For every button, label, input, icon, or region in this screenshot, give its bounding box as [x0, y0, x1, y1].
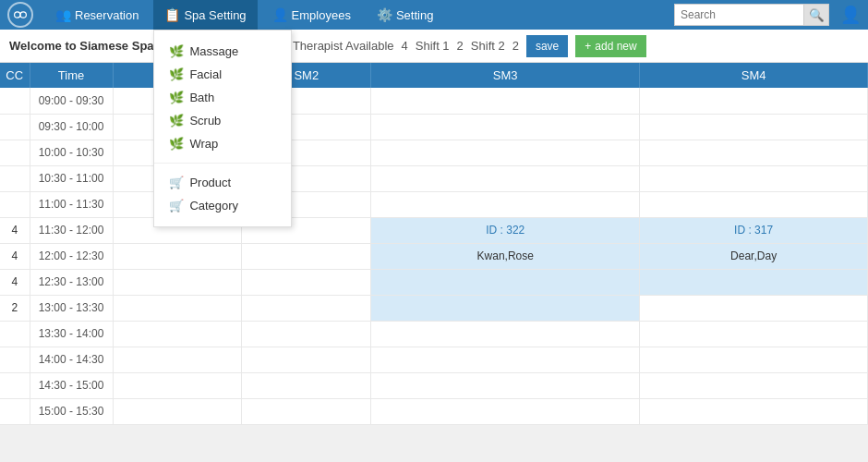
cell-sm2[interactable]	[242, 321, 371, 346]
cell-sm3[interactable]: ID : 322	[371, 217, 640, 243]
table-row[interactable]: 14:30 - 15:00	[0, 372, 868, 398]
cell-sm1[interactable]	[113, 372, 242, 398]
cell-sm2[interactable]	[242, 372, 371, 398]
cell-sm3[interactable]	[371, 140, 640, 165]
cell-sm3[interactable]	[371, 269, 640, 295]
cell-cc	[0, 372, 30, 398]
table-row[interactable]: 10:00 - 10:30	[0, 140, 868, 165]
plus-icon: +	[585, 40, 591, 53]
table-row[interactable]: 412:30 - 13:00	[0, 269, 868, 295]
cell-sm2[interactable]	[242, 398, 371, 424]
dropdown-item-massage[interactable]: 🌿 Massage	[154, 40, 291, 63]
cell-sm4[interactable]	[640, 191, 868, 217]
dropdown-item-wrap[interactable]: 🌿 Wrap	[154, 132, 291, 155]
save-label: save	[536, 40, 559, 53]
nav-item-employees[interactable]: 👤 Employees	[261, 0, 362, 30]
product-icon: 🛒	[169, 176, 184, 189]
table-row[interactable]: 213:00 - 13:30	[0, 295, 868, 321]
cell-sm1[interactable]	[113, 269, 242, 295]
search-icon: 🔍	[809, 8, 825, 22]
col-sm4: SM4	[640, 63, 868, 88]
cell-sm3[interactable]	[371, 398, 640, 424]
cell-sm2[interactable]	[242, 295, 371, 321]
cell-sm3[interactable]	[371, 346, 640, 372]
table-row[interactable]: 09:00 - 09:30	[0, 88, 868, 114]
cell-sm4[interactable]	[640, 165, 868, 191]
category-label: Category	[189, 199, 238, 213]
dropdown-item-product[interactable]: 🛒 Product	[154, 171, 291, 194]
cell-sm3[interactable]: Kwan,Rose	[371, 243, 640, 269]
cell-cc	[0, 88, 30, 114]
shift1-value: 2	[457, 39, 464, 53]
cell-sm4[interactable]: Dear,Day	[640, 243, 868, 269]
cell-sm4[interactable]: ID : 317	[640, 217, 868, 243]
cell-sm1[interactable]	[113, 321, 242, 346]
cell-sm1[interactable]	[113, 243, 242, 269]
svg-point-0	[15, 12, 20, 18]
cell-sm1[interactable]	[113, 295, 242, 321]
cell-sm1[interactable]	[113, 398, 242, 424]
cell-sm4[interactable]	[640, 398, 868, 424]
cell-cc	[0, 165, 30, 191]
brand-label: Welcome to Siamese Spa	[9, 39, 154, 53]
cell-cc: 4	[0, 217, 30, 243]
search-input[interactable]	[674, 4, 803, 26]
nav-item-spa-setting-container: 📋 Spa Setting 🌿 Massage 🌿 Facial 🌿 Bath	[153, 0, 257, 30]
dropdown-item-category[interactable]: 🛒 Category	[154, 194, 291, 217]
cell-sm4[interactable]	[640, 321, 868, 346]
cell-sm2[interactable]	[242, 346, 371, 372]
cell-sm1[interactable]	[113, 346, 242, 372]
cell-time: 11:30 - 12:00	[30, 217, 113, 243]
dropdown-item-scrub[interactable]: 🌿 Scrub	[154, 109, 291, 132]
cell-cc: 2	[0, 295, 30, 321]
table-row[interactable]: 11:00 - 11:30	[0, 191, 868, 217]
shift1-label: Shift 1	[416, 39, 450, 53]
cell-sm3[interactable]	[371, 321, 640, 346]
cell-sm3[interactable]	[371, 372, 640, 398]
cell-sm2[interactable]	[242, 269, 371, 295]
add-new-button[interactable]: + add new	[575, 35, 645, 57]
cell-sm4[interactable]	[640, 269, 868, 295]
search-button[interactable]: 🔍	[803, 4, 829, 26]
cell-time: 10:00 - 10:30	[30, 140, 113, 165]
nav-item-setting[interactable]: ⚙️ Setting	[366, 0, 444, 30]
massage-icon: 🌿	[169, 44, 184, 58]
bath-icon: 🌿	[169, 91, 184, 104]
nav-item-spa-setting[interactable]: 📋 Spa Setting	[153, 0, 257, 30]
cell-sm4[interactable]	[640, 140, 868, 165]
nav-item-reservation[interactable]: 👥 Reservation	[44, 0, 150, 30]
cell-sm3[interactable]	[371, 295, 640, 321]
save-button[interactable]: save	[526, 35, 568, 57]
cell-time: 09:00 - 09:30	[30, 88, 113, 114]
cell-sm4[interactable]	[640, 88, 868, 114]
facial-label: Facial	[189, 67, 222, 81]
toolbar: Welcome to Siamese Spa 🔄 check Therapist…	[0, 30, 868, 63]
cell-sm4[interactable]	[640, 114, 868, 140]
table-row[interactable]: 13:30 - 14:00	[0, 321, 868, 346]
cell-sm4[interactable]	[640, 295, 868, 321]
dropdown-item-bath[interactable]: 🌿 Bath	[154, 86, 291, 109]
table-row[interactable]: 412:00 - 12:30Kwan,RoseDear,Day	[0, 243, 868, 269]
cell-sm3[interactable]	[371, 88, 640, 114]
service-section: 🌿 Massage 🌿 Facial 🌿 Bath 🌿 Scrub 🌿	[154, 36, 291, 159]
navbar: 👥 Reservation 📋 Spa Setting 🌿 Massage 🌿 …	[0, 0, 868, 30]
cell-sm4[interactable]	[640, 346, 868, 372]
employees-icon: 👤	[272, 7, 288, 22]
nav-label-employees: Employees	[292, 8, 351, 22]
cell-sm3[interactable]	[371, 114, 640, 140]
cell-sm4[interactable]	[640, 372, 868, 398]
table-row[interactable]: 15:00 - 15:30	[0, 398, 868, 424]
dropdown-item-facial[interactable]: 🌿 Facial	[154, 63, 291, 86]
table-row[interactable]: 09:30 - 10:00	[0, 114, 868, 140]
spa-setting-icon: 📋	[164, 7, 180, 22]
cell-sm3[interactable]	[371, 165, 640, 191]
cell-sm2[interactable]	[242, 243, 371, 269]
therapist-label: Therapist Available	[293, 39, 394, 53]
table-row[interactable]: 411:30 - 12:00ID : 322ID : 317	[0, 217, 868, 243]
cell-cc	[0, 321, 30, 346]
spa-setting-dropdown: 🌿 Massage 🌿 Facial 🌿 Bath 🌿 Scrub 🌿	[153, 30, 292, 227]
table-row[interactable]: 10:30 - 11:00	[0, 165, 868, 191]
table-row[interactable]: 14:00 - 14:30	[0, 346, 868, 372]
cell-sm3[interactable]	[371, 191, 640, 217]
user-icon[interactable]: 👤	[840, 5, 861, 25]
